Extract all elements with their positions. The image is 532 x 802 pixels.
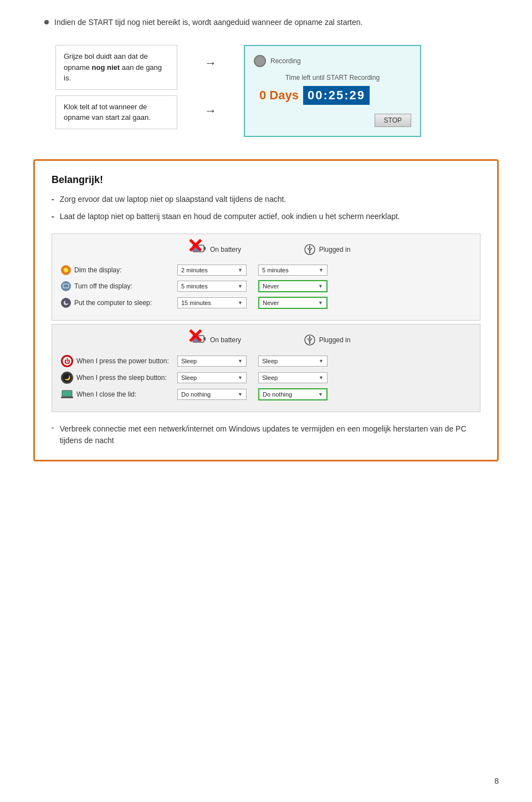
sleep-plugged-dropdown[interactable]: Never ▼ <box>258 297 328 309</box>
battery-icon-2 <box>191 331 207 347</box>
lid-plugged-cell: Do nothing ▼ <box>258 388 330 400</box>
dim-plugged-cell: 5 minutes ▼ <box>258 265 330 276</box>
lid-label: When I close the lid: <box>61 389 177 399</box>
plugged-in-icon-2 <box>304 334 316 346</box>
important-title: Belangrijk! <box>52 174 480 186</box>
lid-plugged-dropdown[interactable]: Do nothing ▼ <box>258 388 328 400</box>
power-btn-battery-arrow: ▼ <box>238 358 243 364</box>
turnoff-battery-cell: 5 minutes ▼ <box>177 281 249 292</box>
important-bullet-1-text: Zorg ervoor dat uw laptop niet op slaaps… <box>60 194 287 205</box>
stop-btn-row: STOP <box>254 114 411 127</box>
important-bullets: Zorg ervoor dat uw laptop niet op slaaps… <box>52 194 480 222</box>
turnoff-plugged-dropdown[interactable]: Never ▼ <box>258 280 328 292</box>
sleep-battery-arrow: ▼ <box>238 300 243 306</box>
callout-box-1: Grijze bol duidt aan dat de opname nog n… <box>55 45 177 90</box>
turnoff-icon <box>61 281 71 291</box>
turnoff-plugged-arrow: ▼ <box>318 283 323 289</box>
callout-boxes: Grijze bol duidt aan dat de opname nog n… <box>55 45 177 129</box>
power-btn-plugged-dropdown[interactable]: Sleep ▼ <box>258 356 328 367</box>
dim-plugged-value: 5 minutes <box>262 267 289 273</box>
sleep-btn-battery-cell: Sleep ▼ <box>177 372 249 383</box>
settings-row-dim: Dim the display: 2 minutes ▼ 5 minutes ▼ <box>61 265 471 276</box>
battery-col-with-x: ✕ <box>191 241 207 258</box>
battery-col2-with-x: ✕ <box>191 331 207 348</box>
sleep-btn-battery-dropdown[interactable]: Sleep ▼ <box>177 372 247 383</box>
settings-row-sleep: Put the computer to sleep: 15 minutes ▼ … <box>61 297 471 309</box>
sleep-btn-plugged-value: Sleep <box>262 374 278 381</box>
callout-row: Grijze bol duidt aan dat de opname nog n… <box>33 45 499 137</box>
recording-circle <box>254 55 266 67</box>
page-number: 8 <box>494 776 499 785</box>
arrow-1: → <box>204 56 217 70</box>
svg-rect-8 <box>65 288 67 289</box>
panel1-col2-header: Plugged in <box>291 243 363 256</box>
callout-box-2: Klok telt af tot wanneer de opname van s… <box>55 95 177 129</box>
stop-button[interactable]: STOP <box>375 114 411 127</box>
svg-rect-15 <box>62 390 72 397</box>
top-bullet-text: Indien de START tijd nog niet bereikt is… <box>54 17 362 28</box>
lid-plugged-arrow: ▼ <box>318 392 323 397</box>
bottom-bullet-text: Verbreek connectie met een netwerk/inter… <box>60 423 480 446</box>
time-left-label: Time left until START Recording <box>254 74 411 82</box>
sleep-battery-dropdown[interactable]: 15 minutes ▼ <box>177 297 247 308</box>
sleep-plugged-arrow: ▼ <box>318 300 323 306</box>
dim-plugged-dropdown[interactable]: 5 minutes ▼ <box>258 265 328 276</box>
turnoff-battery-value: 5 minutes <box>181 283 208 290</box>
sleep-label: Put the computer to sleep: <box>61 298 177 308</box>
power-btn-battery-value: Sleep <box>181 358 197 364</box>
lid-battery-cell: Do nothing ▼ <box>177 389 249 400</box>
dim-battery-value: 2 minutes <box>181 267 208 273</box>
power-btn-plugged-cell: Sleep ▼ <box>258 356 330 367</box>
sleep-battery-value: 15 minutes <box>181 300 211 306</box>
power-btn-battery-dropdown[interactable]: Sleep ▼ <box>177 356 247 367</box>
plugged-in-icon <box>304 243 316 256</box>
svg-point-6 <box>64 268 68 272</box>
panel1-col2-label: Plugged in <box>319 246 351 253</box>
svg-rect-11 <box>193 336 199 342</box>
panel2-col1-header: ✕ On battery <box>180 331 252 348</box>
sleep-btn-plugged-dropdown[interactable]: Sleep ▼ <box>258 372 328 383</box>
dim-label: Dim the display: <box>61 265 177 275</box>
panel2-col2-label: Plugged in <box>319 336 351 344</box>
bottom-bullet: Verbreek connectie met een netwerk/inter… <box>52 423 480 446</box>
power-btn-text: When I press the power button: <box>76 357 169 365</box>
recording-header: Recording <box>254 55 411 67</box>
dim-battery-arrow: ▼ <box>238 267 243 273</box>
svg-rect-7 <box>63 284 69 288</box>
svg-rect-2 <box>193 246 199 251</box>
arrows-section: → → <box>194 45 227 118</box>
turnoff-battery-dropdown[interactable]: 5 minutes ▼ <box>177 281 247 292</box>
panel2-col1-label: On battery <box>210 336 241 344</box>
power-btn-plugged-value: Sleep <box>262 358 278 364</box>
important-box: Belangrijk! Zorg ervoor dat uw laptop ni… <box>33 159 499 461</box>
settings-panel-2: ✕ On battery Plugged in <box>52 324 480 412</box>
top-bullet-item: Indien de START tijd nog niet bereikt is… <box>33 17 499 28</box>
settings-row-power-btn: ⏻ When I press the power button: Sleep ▼… <box>61 355 471 367</box>
power-btn-plugged-arrow: ▼ <box>319 358 324 364</box>
time-display-row: 0 Days 00:25:29 <box>254 86 411 105</box>
sleep-btn-label: 🌙 When I press the sleep button: <box>61 372 177 384</box>
sleep-plugged-cell: Never ▼ <box>258 297 330 309</box>
sleep-battery-cell: 15 minutes ▼ <box>177 297 249 308</box>
settings-row-turnoff: Turn off the display: 5 minutes ▼ Never … <box>61 280 471 292</box>
important-bullet-1: Zorg ervoor dat uw laptop niet op slaaps… <box>52 194 480 205</box>
sleep-icon <box>61 298 71 308</box>
lid-icon <box>61 389 73 399</box>
settings-panel-1: ✕ On battery Plugged in <box>52 234 480 321</box>
turnoff-plugged-cell: Never ▼ <box>258 280 330 292</box>
svg-rect-1 <box>204 247 206 250</box>
sleep-btn-battery-value: Sleep <box>181 374 197 381</box>
power-btn-label: ⏻ When I press the power button: <box>61 355 177 367</box>
settings-row-lid: When I close the lid: Do nothing ▼ Do no… <box>61 388 471 400</box>
days-text: 0 Days <box>259 88 299 103</box>
callout-box-2-text: Klok telt af tot wanneer de opname van s… <box>64 103 151 122</box>
dim-battery-dropdown[interactable]: 2 minutes ▼ <box>177 265 247 276</box>
dim-plugged-arrow: ▼ <box>319 267 324 273</box>
lid-battery-dropdown[interactable]: Do nothing ▼ <box>177 389 247 400</box>
svg-rect-10 <box>204 337 206 341</box>
sleep-btn-icon: 🌙 <box>61 372 73 384</box>
turnoff-plugged-value: Never <box>263 283 279 290</box>
dim-icon <box>61 265 71 275</box>
turnoff-battery-arrow: ▼ <box>238 283 243 289</box>
arrow-2: → <box>204 104 217 118</box>
